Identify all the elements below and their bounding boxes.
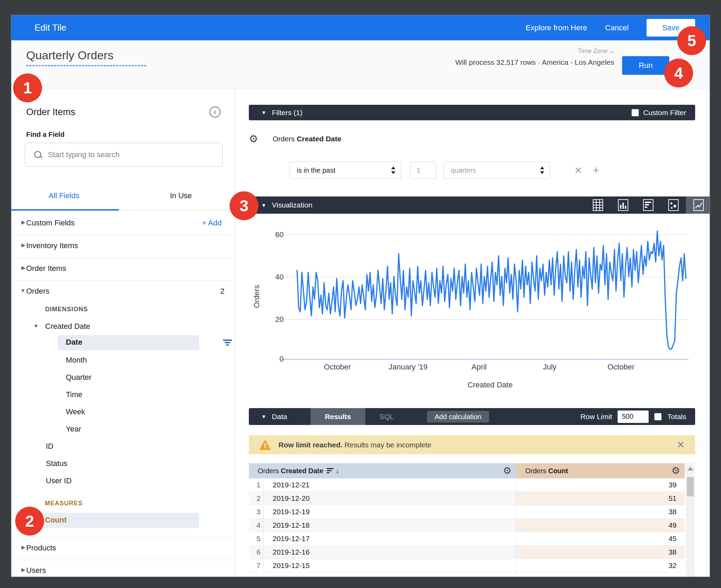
table-row[interactable]: 32019-12-1938 xyxy=(249,505,685,519)
table-chart-icon[interactable] xyxy=(585,196,610,214)
field-id[interactable]: ID xyxy=(46,442,53,451)
scrollbar-thumb[interactable] xyxy=(687,477,694,496)
annotation-badge-5: 5 xyxy=(677,26,706,55)
column-header-count[interactable]: Orders Count ⚙ xyxy=(516,463,685,478)
field-user-id[interactable]: User ID xyxy=(46,476,72,485)
table-row[interactable]: 22019-12-2051 xyxy=(249,492,685,505)
measures-header: MEASURES xyxy=(45,500,83,507)
row-limit-input[interactable] xyxy=(618,410,649,423)
sidebar-group-inventory-items[interactable]: Inventory Items xyxy=(26,241,78,250)
dismiss-warning-icon[interactable]: ✕ xyxy=(677,439,685,450)
tab-in-use[interactable]: In Use xyxy=(170,191,192,200)
column-header-created-date[interactable]: Orders Created Date ↓ ⚙ xyxy=(249,463,516,478)
selected-field-date-row[interactable]: Date xyxy=(58,335,199,350)
field-week[interactable]: Week xyxy=(66,407,85,416)
gear-icon[interactable]: ⚙ xyxy=(503,466,511,476)
tile-title-underline xyxy=(26,65,146,66)
field-month[interactable]: Month xyxy=(66,356,87,365)
caret-down-icon[interactable]: ▼ xyxy=(261,414,266,419)
totals-checkbox[interactable] xyxy=(654,413,662,420)
tab-all-fields[interactable]: All Fields xyxy=(49,191,79,200)
x-tick: April xyxy=(471,363,487,372)
table-row[interactable]: 62019-12-1638 xyxy=(249,546,685,559)
time-zone-dropdown[interactable]: Time Zone xyxy=(578,48,607,54)
divider xyxy=(11,235,235,235)
y-tick-20: 20 xyxy=(249,315,284,324)
gear-icon[interactable]: ⚙ xyxy=(249,134,258,144)
table-row[interactable]: 12019-12-2139 xyxy=(249,478,685,492)
field-date[interactable]: Date xyxy=(66,338,82,347)
app-bar-title: Edit Tile xyxy=(34,22,67,33)
table-row[interactable]: 42019-12-1849 xyxy=(249,519,685,532)
caret-down-icon[interactable]: ▼ xyxy=(261,202,266,208)
field-year[interactable]: Year xyxy=(66,425,81,434)
visualization-title: Visualization xyxy=(272,201,313,209)
sort-desc-arrow-icon[interactable]: ↓ xyxy=(336,467,339,475)
line-chart-icon-selected[interactable] xyxy=(686,196,710,214)
column-chart-icon[interactable] xyxy=(610,196,636,214)
caret-down-icon[interactable]: ▼ xyxy=(261,110,266,115)
chart-plot-area[interactable] xyxy=(297,228,686,363)
scroll-up-arrow-icon[interactable] xyxy=(687,467,693,470)
app-bar: Edit Tile Explore from Here Cancel Save xyxy=(11,15,710,40)
run-button[interactable]: Run xyxy=(622,56,669,75)
annotation-badge-3: 3 xyxy=(230,191,258,220)
caret-right-icon[interactable]: ▶ xyxy=(21,265,26,271)
add-custom-field-button[interactable]: + Add xyxy=(202,219,222,227)
selected-measure-count-row[interactable]: Count xyxy=(43,513,199,528)
row-limit-label: Row Limit xyxy=(580,413,612,421)
filter-operator-select[interactable]: is in the past xyxy=(290,162,401,179)
edit-tile-window: Edit Tile Explore from Here Cancel Save … xyxy=(11,15,710,577)
sidebar-group-custom-fields[interactable]: Custom Fields xyxy=(26,219,75,227)
measure-count[interactable]: Count xyxy=(45,516,67,525)
explore-from-here-link[interactable]: Explore from Here xyxy=(526,23,587,32)
tab-results[interactable]: Results xyxy=(311,408,365,425)
add-filter-icon[interactable]: + xyxy=(592,163,599,177)
field-created-date[interactable]: Created Date xyxy=(45,322,90,331)
sidebar-group-order-items[interactable]: Order Items xyxy=(26,264,66,273)
gear-icon[interactable]: ⚙ xyxy=(671,466,680,476)
caret-right-icon[interactable]: ▶ xyxy=(21,219,26,225)
x-tick: October xyxy=(608,363,634,372)
filter-field-name: Orders Created Date xyxy=(273,135,342,143)
field-search-input[interactable] xyxy=(47,150,213,160)
filter-unit-select[interactable]: quarters xyxy=(444,162,550,179)
sidebar-group-products[interactable]: Products xyxy=(26,544,56,552)
collapse-panel-icon[interactable]: ‹ xyxy=(210,107,221,118)
caret-down-icon[interactable]: ▼ xyxy=(20,287,26,293)
bar-chart-icon[interactable] xyxy=(636,196,661,214)
row-limit-wrap: Row Limit Totals xyxy=(580,410,686,423)
orders-in-use-count: 2 xyxy=(220,287,224,296)
screenshot-canvas: Edit Tile Explore from Here Cancel Save … xyxy=(0,0,721,588)
filter-icon[interactable] xyxy=(223,339,232,346)
caret-right-icon[interactable]: ▶ xyxy=(21,544,26,550)
tab-sql[interactable]: SQL xyxy=(371,408,402,425)
field-status[interactable]: Status xyxy=(46,459,67,468)
active-tab-underline xyxy=(11,209,119,211)
add-calculation-button[interactable]: Add calculation xyxy=(427,411,489,423)
sidebar-group-orders[interactable]: Orders xyxy=(26,287,49,296)
caret-down-icon[interactable]: ▼ xyxy=(33,323,39,329)
y-tick-60: 60 xyxy=(249,230,284,239)
cancel-button[interactable]: Cancel xyxy=(605,23,629,32)
app-bar-actions: Explore from Here Cancel Save xyxy=(526,15,695,40)
caret-right-icon[interactable]: ▶ xyxy=(21,242,26,248)
remove-filter-icon[interactable]: ✕ xyxy=(574,165,582,176)
sidebar-group-users[interactable]: Users xyxy=(26,566,46,575)
table-row[interactable]: 52019-12-1745 xyxy=(249,532,685,546)
table-scrollbar[interactable] xyxy=(686,463,695,577)
field-picker-sidebar: Order Items ‹ Find a Field All Fields In… xyxy=(11,89,235,577)
table-row[interactable]: 72019-12-1532 xyxy=(249,559,685,572)
scatter-chart-icon[interactable] xyxy=(661,196,686,214)
tile-title[interactable]: Quarterly Orders xyxy=(26,49,113,62)
process-note: Will process 32,517 rows · America - Los… xyxy=(455,58,614,67)
field-search-box[interactable] xyxy=(25,143,223,167)
caret-right-icon[interactable]: ▶ xyxy=(21,567,26,573)
field-time[interactable]: Time xyxy=(66,390,82,399)
x-tick: July xyxy=(543,363,556,372)
filter-amount-input[interactable] xyxy=(410,162,436,179)
custom-filter-checkbox[interactable] xyxy=(631,109,639,116)
custom-filter-label: Custom Filter xyxy=(643,109,686,117)
x-tick: January '19 xyxy=(388,363,427,372)
field-quarter[interactable]: Quarter xyxy=(66,373,92,382)
